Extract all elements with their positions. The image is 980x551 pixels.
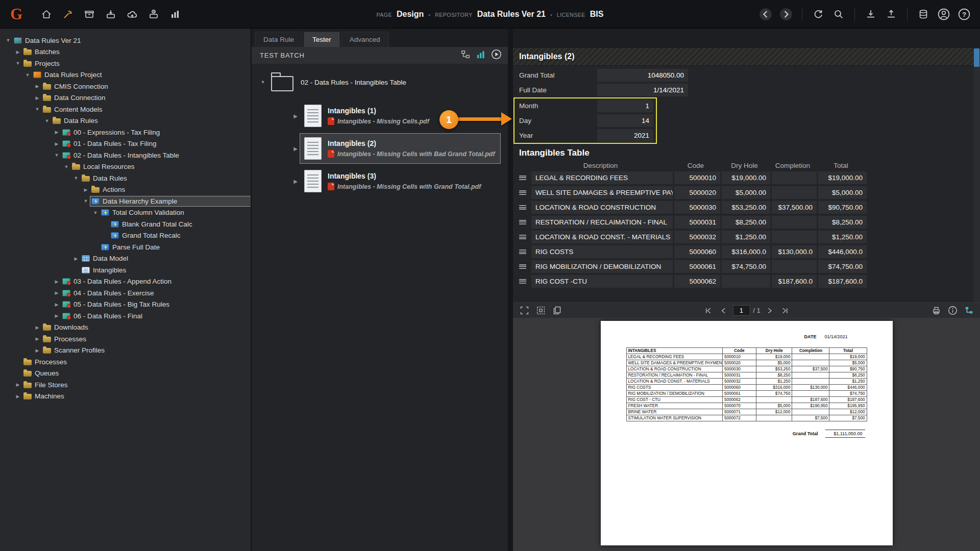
- expand-expander-icon[interactable]: ▶: [33, 348, 41, 353]
- scrollbar-thumb[interactable]: [974, 48, 979, 67]
- tree-item-data-hierarchy-example[interactable]: ▼Data Hierarchy Example: [0, 195, 251, 207]
- tree-item-cmis-connection[interactable]: ▶CMIS Connection: [0, 81, 251, 92]
- table-cell[interactable]: 5000010: [674, 171, 720, 184]
- table-cell[interactable]: $5,000.00: [818, 186, 867, 199]
- tree-item-machines[interactable]: ▶Machines: [0, 391, 251, 403]
- field-value-year[interactable]: 2021: [597, 129, 653, 142]
- collapse-expander-icon[interactable]: ▼: [14, 61, 22, 66]
- table-cell[interactable]: LEGAL & RECORDING FEES: [531, 171, 673, 184]
- row-drag-handle-icon[interactable]: [519, 264, 526, 269]
- import-box-icon[interactable]: [102, 6, 119, 23]
- table-cell[interactable]: $5,000.00: [722, 186, 770, 199]
- next-page-icon[interactable]: [764, 305, 776, 317]
- document-card-intangibles-3[interactable]: Intangibles (3)Intangibles - Missing Cel…: [300, 166, 501, 196]
- expand-expander-icon[interactable]: ▶: [53, 313, 61, 318]
- collapse-expander-icon[interactable]: ▼: [43, 118, 51, 123]
- batch-folder-row[interactable]: ▼ 02 - Data Rules - Intangibles Table: [259, 71, 504, 93]
- tree-item-data-rules[interactable]: ▼Data Rules: [0, 172, 251, 184]
- licensee-name[interactable]: BIS: [590, 10, 604, 19]
- table-cell[interactable]: $37,500.00: [772, 201, 817, 214]
- tree-item-data-rules-project[interactable]: ▼Data Rules Project: [0, 69, 251, 81]
- expand-expander-icon[interactable]: ▶: [53, 141, 61, 146]
- table-cell[interactable]: [772, 171, 817, 184]
- expand-expander-icon[interactable]: ▶: [33, 336, 41, 341]
- expand-expander-icon[interactable]: ▶: [82, 187, 90, 192]
- field-value-day[interactable]: 14: [597, 114, 653, 127]
- tree-item-data-rules[interactable]: ▼Data Rules: [0, 115, 251, 127]
- tree-item-parse-full-date[interactable]: Parse Full Date: [0, 241, 251, 253]
- tree-item-data-model[interactable]: ▶Data Model: [0, 253, 251, 265]
- expand-expander-icon[interactable]: ▶: [53, 130, 61, 135]
- table-cell[interactable]: $8,250.00: [818, 216, 867, 229]
- structure-icon[interactable]: [963, 305, 975, 317]
- field-value-full-date[interactable]: 1/14/2021: [597, 84, 688, 96]
- collapse-expander-icon[interactable]: ▼: [82, 198, 90, 204]
- expand-expander-icon[interactable]: ▶: [14, 394, 22, 399]
- row-drag-handle-icon[interactable]: [519, 249, 526, 254]
- row-drag-handle-icon[interactable]: [519, 279, 526, 284]
- table-cell[interactable]: [772, 186, 817, 199]
- tree-item-content-models[interactable]: ▼Content Models: [0, 104, 251, 115]
- tree-item-05-data-rules-big-tax-rules[interactable]: ▶05 - Data Rules - Big Tax Rules: [0, 299, 251, 311]
- row-drag-handle-icon[interactable]: [519, 220, 526, 224]
- table-cell[interactable]: RIG MOBILIZATION / DEMOBILIZATION: [531, 260, 673, 273]
- vertical-scrollbar[interactable]: [973, 48, 980, 303]
- cloud-upload-icon[interactable]: [124, 6, 141, 23]
- app-logo[interactable]: G: [10, 5, 31, 23]
- database-icon[interactable]: [915, 6, 932, 23]
- collapse-expander-icon[interactable]: ▼: [4, 38, 12, 43]
- document-card-intangibles-2[interactable]: Intangibles (2)Intangibles - Missing Cel…: [300, 133, 501, 164]
- tree-item-data-connection[interactable]: ▶Data Connection: [0, 92, 251, 104]
- row-drag-handle-icon[interactable]: [519, 205, 526, 210]
- table-cell[interactable]: $446,000.0: [818, 245, 867, 258]
- tree-item-total-column-validation[interactable]: ▼Total Column Validation: [0, 207, 251, 219]
- table-cell[interactable]: $74,750.00: [722, 260, 770, 273]
- tree-item-blank-grand-total-calc[interactable]: Blank Grand Total Calc: [0, 218, 251, 230]
- account-icon[interactable]: [935, 6, 952, 23]
- table-cell[interactable]: [772, 231, 817, 243]
- document-card-intangibles-1[interactable]: Intangibles (1)Intangibles - Missing Cel…: [300, 101, 501, 131]
- tab-advanced[interactable]: Advanced: [341, 32, 389, 47]
- scan-box-icon[interactable]: [145, 6, 162, 23]
- search-icon[interactable]: [830, 6, 847, 23]
- table-cell[interactable]: 5000062: [674, 275, 720, 288]
- last-page-icon[interactable]: [779, 305, 791, 317]
- expand-expander-icon[interactable]: ▶: [53, 290, 61, 295]
- download-icon[interactable]: [862, 6, 879, 23]
- info-icon[interactable]: [946, 305, 959, 317]
- table-cell[interactable]: WELL SITE DAMAGES & PREEMPTIVE PAYI: [531, 186, 673, 199]
- expand-expander-icon[interactable]: ▶: [72, 256, 80, 261]
- table-cell[interactable]: LOCATION & ROAD CONST. - MATERIALS: [531, 231, 673, 243]
- table-cell[interactable]: $74,750.00: [818, 260, 867, 273]
- collapse-expander-icon[interactable]: ▼: [53, 153, 61, 158]
- repository-name[interactable]: Data Rules Ver 21: [477, 10, 546, 19]
- field-value-month[interactable]: 1: [597, 99, 653, 112]
- batch-stats-icon[interactable]: [476, 49, 486, 62]
- table-cell[interactable]: $19,000.00: [722, 171, 770, 184]
- batches-icon[interactable]: [81, 6, 98, 23]
- table-cell[interactable]: RIG COSTS: [531, 245, 673, 258]
- table-cell[interactable]: 5000060: [674, 245, 720, 258]
- tree-item-00-expressions-tax-filing[interactable]: ▶00 - Expressions - Tax Filing: [0, 127, 251, 138]
- table-cell[interactable]: $19,000.00: [818, 171, 867, 184]
- collapse-expander-icon[interactable]: ▼: [62, 164, 70, 169]
- tree-item-04-data-rules-exercise[interactable]: ▶04 - Data Rules - Exercise: [0, 287, 251, 299]
- viewer-canvas[interactable]: DATE 01/14/2021 INTANGIBLESCodeDry HoleC…: [513, 318, 980, 551]
- tree-item-grand-total-recalc[interactable]: Grand Total Recalc: [0, 230, 251, 242]
- expand-expander-icon[interactable]: ▶: [53, 279, 61, 284]
- tree-item-downloads[interactable]: ▶Downloads: [0, 322, 251, 334]
- expand-expander-icon[interactable]: ▶: [14, 382, 22, 387]
- run-test-icon[interactable]: [491, 49, 502, 62]
- table-cell[interactable]: 5000032: [674, 231, 720, 243]
- tree-item-01-data-rules-tax-filing[interactable]: ▶01 - Data Rules - Tax Filing: [0, 138, 251, 150]
- table-cell[interactable]: [772, 260, 817, 273]
- table-cell[interactable]: 5000020: [674, 186, 720, 199]
- page-name[interactable]: Design: [397, 10, 424, 19]
- tree-item-03-data-rules-append-action[interactable]: ▶03 - Data Rules - Append Action: [0, 276, 251, 288]
- home-icon[interactable]: [38, 6, 55, 23]
- tree-item-local-resources[interactable]: ▼Local Resources: [0, 161, 251, 173]
- thumbnails-icon[interactable]: [534, 305, 547, 317]
- table-cell[interactable]: $1,250.00: [818, 231, 867, 243]
- field-value-grand-total[interactable]: 1048050.00: [597, 69, 688, 82]
- tree-item-queues[interactable]: Queues: [0, 368, 251, 380]
